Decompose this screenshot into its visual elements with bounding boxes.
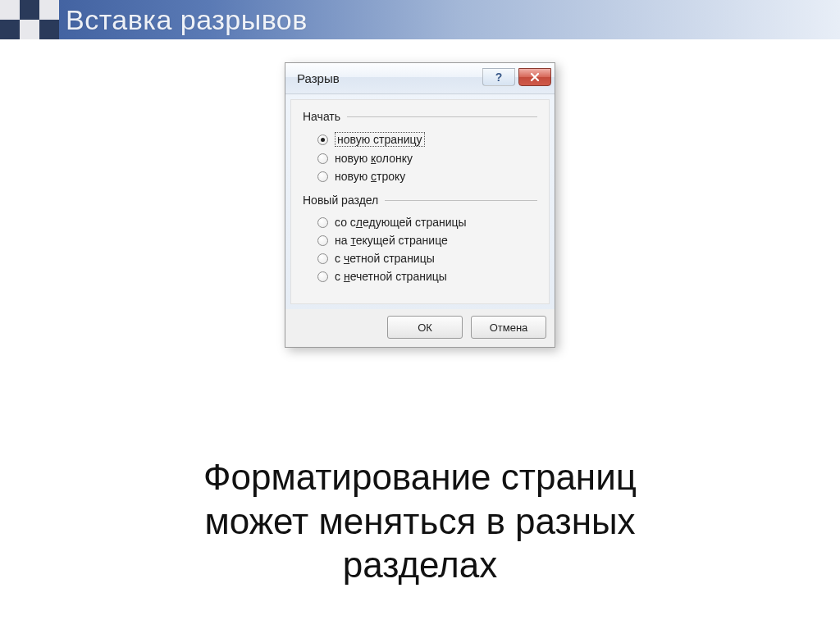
radio-icon <box>317 217 328 228</box>
radio-odd-page[interactable]: с нечетной страницы <box>303 267 537 285</box>
radio-label: на текущей странице <box>335 234 448 247</box>
radio-label: новую страницу <box>335 132 425 147</box>
radio-new-column[interactable]: новую колонку <box>303 149 537 167</box>
group-section-legend: Новый раздел <box>303 194 537 207</box>
radio-icon <box>317 153 328 164</box>
help-icon: ? <box>495 71 503 84</box>
titlebar-buttons: ? <box>482 70 551 88</box>
group-section-legend-text: Новый раздел <box>303 194 378 207</box>
radio-label: со следующей страницы <box>335 216 467 229</box>
group-start: Начать новую страницу новую колонку нову… <box>303 110 537 185</box>
divider-line <box>385 200 537 201</box>
radio-icon <box>317 134 328 145</box>
caption-line: Форматирование страниц <box>0 455 840 499</box>
caption-line: разделах <box>0 543 840 587</box>
radio-label: новую колонку <box>335 152 413 165</box>
caption-line: может меняться в разных <box>0 499 840 544</box>
radio-icon <box>317 271 328 282</box>
radio-icon <box>317 253 328 264</box>
group-start-legend-text: Начать <box>303 110 340 123</box>
radio-label: с четной страницы <box>335 252 435 265</box>
radio-new-page[interactable]: новую страницу <box>303 130 537 149</box>
dialog-body: Начать новую страницу новую колонку нову… <box>290 99 550 304</box>
slide-header: Вставка разрывов <box>0 0 840 39</box>
radio-current-page[interactable]: на текущей странице <box>303 231 537 249</box>
radio-new-line[interactable]: новую строку <box>303 167 537 185</box>
dialog-titlebar[interactable]: Разрыв ? <box>285 63 555 94</box>
radio-next-page[interactable]: со следующей страницы <box>303 213 537 231</box>
group-new-section: Новый раздел со следующей страницы на те… <box>303 194 537 285</box>
break-dialog: Разрыв ? Начать новую страницу <box>285 62 555 348</box>
radio-label: с нечетной страницы <box>335 270 447 283</box>
slide-caption: Форматирование страниц может меняться в … <box>0 455 840 587</box>
header-decor-squares <box>0 0 59 39</box>
group-start-legend: Начать <box>303 110 537 123</box>
ok-button[interactable]: ОК <box>387 316 463 339</box>
radio-even-page[interactable]: с четной страницы <box>303 249 537 267</box>
dialog-title: Разрыв <box>297 71 482 85</box>
radio-icon <box>317 235 328 246</box>
help-button[interactable]: ? <box>482 68 515 86</box>
dialog-footer: ОК Отмена <box>285 309 555 347</box>
cancel-button[interactable]: Отмена <box>471 316 546 339</box>
slide-title: Вставка разрывов <box>66 4 308 36</box>
radio-icon <box>317 171 328 182</box>
radio-label: новую строку <box>335 170 405 183</box>
close-icon <box>529 72 541 82</box>
divider-line <box>347 116 537 117</box>
close-button[interactable] <box>518 68 551 86</box>
